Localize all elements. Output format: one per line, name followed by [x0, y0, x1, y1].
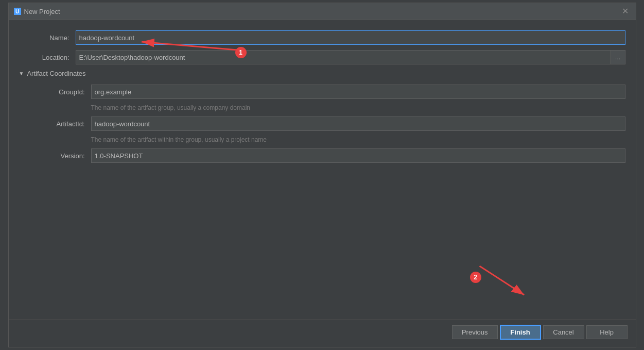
name-input[interactable]	[76, 30, 625, 45]
title-bar-left: U New Project	[14, 8, 60, 15]
svg-line-2	[479, 266, 524, 295]
name-row: Name:	[19, 30, 625, 45]
annotation-arrows	[9, 20, 636, 319]
location-input-group: …	[76, 50, 625, 64]
annotation-badge-2: 2	[470, 272, 481, 283]
name-label: Name:	[19, 34, 76, 42]
artifact-section-body: GroupId: The name of the artifact group,…	[19, 85, 625, 163]
artifactid-label: ArtifactId:	[34, 120, 91, 128]
dialog-title: New Project	[24, 8, 60, 15]
location-label: Location:	[19, 54, 76, 61]
cancel-button[interactable]: Cancel	[543, 325, 584, 339]
annotations: 1 2	[9, 20, 636, 319]
dialog-body: Name: Location: … ▼ Artifact Coordinates…	[9, 20, 636, 319]
artifact-section-toggle[interactable]: ▼ Artifact Coordinates	[19, 70, 625, 77]
artifactid-input[interactable]	[91, 116, 625, 131]
groupid-hint: The name of the artifact group, usually …	[34, 104, 625, 111]
browse-button[interactable]: …	[611, 50, 625, 64]
groupid-label: GroupId:	[34, 88, 91, 96]
version-row: Version:	[34, 148, 625, 163]
location-row: Location: …	[19, 50, 625, 64]
new-project-dialog: U New Project ✕ Name: Location: … ▼ Arti…	[8, 3, 636, 347]
version-label: Version:	[34, 152, 91, 160]
help-button[interactable]: Help	[586, 325, 628, 339]
artifact-section-title: Artifact Coordinates	[27, 70, 85, 77]
close-button[interactable]: ✕	[620, 6, 631, 16]
groupid-input[interactable]	[91, 85, 625, 99]
title-bar: U New Project ✕	[9, 3, 636, 20]
finish-button[interactable]: Finish	[500, 325, 541, 340]
previous-button[interactable]: Previous	[452, 325, 498, 339]
groupid-row: GroupId:	[34, 85, 625, 99]
location-input[interactable]	[76, 50, 611, 64]
dialog-footer: Previous Finish Cancel Help	[9, 319, 636, 347]
version-input[interactable]	[91, 148, 625, 163]
artifactid-hint: The name of the artifact within the grou…	[34, 136, 625, 143]
app-icon: U	[14, 8, 21, 15]
artifactid-row: ArtifactId:	[34, 116, 625, 131]
section-arrow-icon: ▼	[19, 71, 24, 76]
